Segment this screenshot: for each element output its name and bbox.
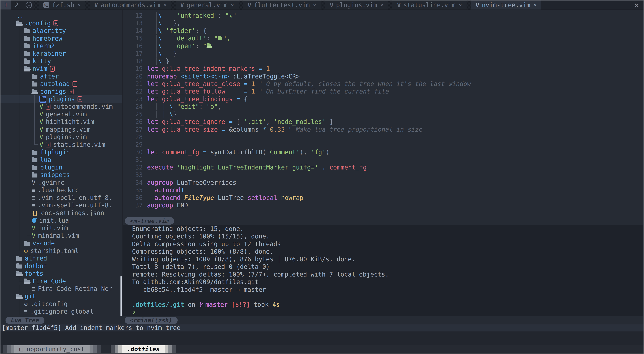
code-line: 20nnoremap <silent><c-n> :LuaTreeToggle<… bbox=[123, 73, 643, 80]
tree-row-autoload[interactable]: autoload+ bbox=[0, 80, 122, 88]
tab-plugins.vim[interactable]: Vplugins.vim× bbox=[325, 0, 388, 9]
code-line: 32execute 'highlight LuaTreeIndentMarker… bbox=[123, 164, 643, 171]
tab-close-icon[interactable]: × bbox=[231, 2, 234, 8]
tree-row-general.vim[interactable]: Vgeneral.vim bbox=[0, 110, 122, 118]
code-token: \ bbox=[158, 50, 162, 57]
tab-fzf.sh[interactable]: >_fzf.sh× bbox=[38, 0, 86, 9]
tmux-window-1[interactable]: □ opportunity_cost bbox=[3, 345, 101, 353]
app-window: 1 2 ← >_fzf.sh×Vautocommands.vim×Vgenera… bbox=[0, 0, 644, 354]
tree-row-plugins[interactable]: plugins+ bbox=[0, 95, 122, 103]
indent-guide bbox=[34, 103, 35, 110]
tree-row-.vim-spell-en.utf-8.[interactable]: ≡.vim-spell-en.utf-8. bbox=[0, 202, 122, 209]
tree-row-vscode[interactable]: vscode bbox=[0, 239, 122, 247]
tree-row-after[interactable]: after bbox=[0, 73, 122, 80]
tree-row-snippets[interactable]: snippets bbox=[0, 171, 122, 179]
tab-general.vim[interactable]: Vgeneral.vim× bbox=[176, 0, 238, 9]
tree-row-kitty[interactable]: kitty bbox=[0, 57, 122, 65]
tree-row-nvim[interactable]: nvim+ bbox=[0, 65, 122, 72]
tree-row-karabiner[interactable]: karabiner bbox=[0, 50, 122, 57]
text-file-icon: ≡ bbox=[32, 285, 35, 292]
tree-row-alfred[interactable]: alfred bbox=[0, 255, 122, 262]
tree-row-mappings.vim[interactable]: Vmappings.vim bbox=[0, 126, 122, 133]
line-number: 19 bbox=[123, 65, 147, 72]
tree-item-label: fonts bbox=[25, 270, 43, 277]
line-number: 24 bbox=[123, 103, 147, 110]
tree-row-statusline.vim[interactable]: V+statusline.vim bbox=[0, 141, 122, 148]
tab-nvim-tree.vim[interactable]: Vnvim-tree.vim× bbox=[471, 0, 541, 9]
tree-row-init.lua[interactable]: init.lua bbox=[0, 217, 122, 224]
code-token: " bbox=[214, 34, 218, 42]
history-back-icon[interactable]: ← bbox=[26, 2, 32, 8]
line-number: 36 bbox=[123, 194, 147, 202]
tree-row-plugins.vim[interactable]: Vplugins.vim bbox=[0, 133, 122, 141]
tab-statusline.vim[interactable]: Vstatusline.vim× bbox=[392, 0, 466, 9]
tree-item-label: Fira Code bbox=[32, 278, 66, 285]
code-token: let bbox=[147, 88, 158, 95]
indent-guide bbox=[19, 27, 20, 34]
tree-row-homebrew[interactable]: homebrew bbox=[0, 34, 122, 42]
tab-close-icon[interactable]: × bbox=[78, 2, 81, 8]
tab-close-icon[interactable]: × bbox=[313, 2, 316, 8]
tree-row-alacritty[interactable]: alacritty bbox=[0, 27, 122, 34]
tree-row-git[interactable]: git bbox=[0, 293, 122, 300]
tab-close-icon[interactable]: × bbox=[380, 2, 383, 8]
folder-icon bbox=[24, 242, 30, 246]
tree-row-.gvimrc[interactable]: V.gvimrc bbox=[0, 179, 122, 186]
segment-fade bbox=[110, 345, 115, 353]
code-text: nnoremap <silent><c-n> :LuaTreeToggle<CR… bbox=[147, 73, 300, 80]
tree-row-.config[interactable]: .config+ bbox=[0, 19, 122, 27]
tree-row-.luacheckrc[interactable]: ≡.luacheckrc bbox=[0, 186, 122, 194]
tree-row-coc-settings.json[interactable]: {}coc-settings.json bbox=[0, 209, 122, 217]
code-token: 1 bbox=[251, 80, 255, 88]
tree-item-label: plugins bbox=[49, 95, 75, 103]
tree-row-autocommands.vim[interactable]: V+autocommands.vim bbox=[0, 103, 122, 110]
code-token: \ bbox=[158, 42, 162, 50]
tree-row-init.vim[interactable]: Vinit.vim bbox=[0, 224, 122, 232]
tab-close-icon[interactable]: × bbox=[164, 2, 166, 8]
tab-close-icon[interactable]: × bbox=[534, 2, 536, 8]
folder-icon bbox=[24, 52, 30, 56]
tab-fluttertest.vim[interactable]: Vfluttertest.vim× bbox=[243, 0, 321, 9]
code-token: = bbox=[255, 65, 266, 72]
tree-row-..[interactable]: .. bbox=[0, 12, 122, 19]
indent-guide bbox=[27, 186, 27, 194]
code-editor[interactable]: 12 │\ 'untracked': "★"13 │\ },14 │\ 'fol… bbox=[123, 10, 643, 217]
indent-guide bbox=[19, 164, 20, 171]
terminal-cursor-line bbox=[123, 309, 643, 316]
code-token: \ bbox=[158, 19, 162, 27]
tree-row-ftplugin[interactable]: ftplugin bbox=[0, 148, 122, 156]
line-number: 18 bbox=[123, 57, 147, 65]
tab-number-1[interactable]: 1 bbox=[0, 0, 11, 9]
tree-scrollbar-thumb[interactable] bbox=[120, 276, 122, 316]
code-token: } bbox=[166, 57, 169, 65]
tab-close-icon[interactable]: × bbox=[459, 2, 462, 8]
indent-guide bbox=[19, 217, 20, 224]
indent-guide bbox=[19, 73, 20, 80]
tree-row-fonts[interactable]: fonts bbox=[0, 270, 122, 277]
tree-row-starship.toml[interactable]: ⚙starship.toml bbox=[0, 247, 122, 255]
tree-row-highlight.vim[interactable]: Vhighlight.vim bbox=[0, 118, 122, 126]
tree-row-dotbot[interactable]: dotbot bbox=[0, 262, 122, 270]
tree-row-configs[interactable]: configs+ bbox=[0, 88, 122, 95]
tree-row-.gitconfig[interactable]: ⚙.gitconfig bbox=[0, 300, 122, 308]
tab-number-2[interactable]: 2 bbox=[11, 0, 22, 9]
tree-row-.gitignore_global[interactable]: ≡.gitignore_global bbox=[0, 308, 122, 315]
tree-row-.vim-spell-en.utf-8.[interactable]: ≡.vim-spell-en.utf-8. bbox=[0, 194, 122, 202]
tree-row-minimal.vim[interactable]: Vminimal.vim bbox=[0, 232, 122, 239]
indent-guide bbox=[19, 57, 20, 65]
tree-row-Fira Code Retina Ner[interactable]: ≡Fira Code Retina Ner bbox=[0, 285, 122, 293]
tree-row-iterm2[interactable]: iterm2 bbox=[0, 42, 122, 50]
tree-row-plugin[interactable]: plugin bbox=[0, 164, 122, 171]
close-icon[interactable]: × bbox=[634, 1, 639, 9]
file-tree-panel[interactable]: ...config+alacrittyhomebrewiterm2karabin… bbox=[0, 10, 122, 316]
tree-row-Fira Code[interactable]: Fira Code bbox=[0, 277, 122, 285]
code-line: 18 │\ } bbox=[123, 57, 643, 65]
terminal-panel[interactable]: Enumerating objects: 15, done.Counting o… bbox=[123, 225, 643, 316]
tmux-window-2[interactable]: .dotfiles bbox=[110, 345, 176, 353]
code-token: │ bbox=[154, 103, 158, 110]
folder-open-icon bbox=[24, 280, 30, 284]
tree-item-label: plugins.vim bbox=[46, 133, 87, 141]
tree-row-lua[interactable]: lua bbox=[0, 156, 122, 163]
vim-icon: V bbox=[94, 2, 98, 8]
tab-autocommands.vim[interactable]: Vautocommands.vim× bbox=[90, 0, 171, 9]
